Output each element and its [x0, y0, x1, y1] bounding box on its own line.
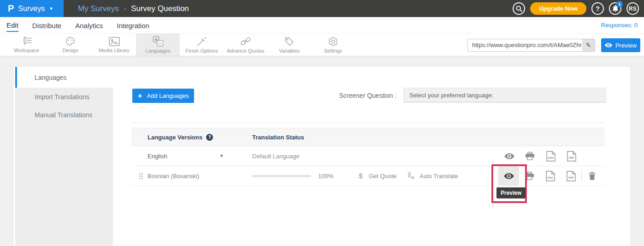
toolbar-label: Workspace [14, 48, 39, 53]
print-icon[interactable] [520, 146, 540, 166]
preview-eye-icon[interactable] [499, 146, 520, 166]
svg-text:PDF: PDF [569, 156, 574, 159]
toolbar-item-languages[interactable]: ✱ A Languages [136, 34, 180, 56]
topbar-actions: Upgrade Now ? 1 RS [513, 2, 639, 15]
screener-question-select[interactable]: Select your preferred language: [403, 88, 606, 102]
delete-trash-icon[interactable] [582, 166, 603, 186]
upgrade-now-button[interactable]: Upgrade Now [530, 2, 586, 15]
product-menu[interactable]: P Surveys ▾ [0, 0, 64, 17]
screener-question-value: Select your preferred language: [409, 92, 493, 99]
languages-sidebar: Languages Import Translations Manual Tra… [15, 67, 113, 246]
help-circle-icon[interactable]: ? [206, 134, 213, 141]
toolbar-label: Finish Options [185, 48, 218, 54]
magic-wand-icon [196, 36, 207, 47]
survey-url-field[interactable]: https://www.questionpro.com/t/AMae0Zhr ✎ [467, 39, 595, 52]
toolbar-item-workspace[interactable]: Workspace [5, 34, 48, 56]
add-languages-label: Add Languages [147, 92, 189, 99]
product-menu-label: Surveys [18, 5, 45, 13]
chevron-right-icon: › [124, 5, 126, 12]
translation-progress-percent: 100% [318, 173, 333, 180]
workspace-icon [21, 36, 32, 46]
preview-tooltip: Preview [496, 187, 526, 198]
table-header: Language Versions ? Translation Status [131, 128, 605, 146]
breadcrumb: My Surveys › Survey Question [78, 4, 189, 13]
add-languages-button[interactable]: + Add Languages [132, 89, 194, 103]
search-icon [516, 6, 522, 12]
link-chain-icon [240, 36, 251, 47]
dollar-icon: $ [359, 172, 362, 180]
gear-icon [328, 36, 338, 47]
header-language-versions: Language Versions ? [131, 134, 213, 141]
export-doc-icon[interactable]: DOC [540, 146, 561, 166]
export-pdf-icon[interactable]: PDF [561, 166, 581, 186]
toolbar-item-media-library[interactable]: Media Library [92, 34, 136, 56]
language-versions-label: Language Versions [148, 134, 202, 141]
sidebar-item-languages[interactable]: Languages [15, 67, 113, 88]
questionpro-logo-icon: P [8, 3, 14, 14]
responses-count: Responses: 0 [601, 22, 638, 29]
row-actions: DOC PDF [499, 146, 582, 166]
languages-main: + Add Languages Screener Question : Sele… [113, 67, 630, 246]
survey-url-value: https://www.questionpro.com/t/AMae0Zhr [468, 39, 582, 51]
toolbar-label: Advance Quotas [227, 48, 264, 54]
eye-icon [605, 43, 612, 48]
table-row-english: English ▾ Default Language DOC [131, 146, 605, 166]
avatar[interactable]: RS [626, 2, 639, 15]
tab-analytics[interactable]: Analytics [75, 19, 103, 31]
export-pdf-icon[interactable]: PDF [561, 146, 582, 166]
toolbar-label: Variables [279, 48, 300, 54]
breadcrumb-my-surveys[interactable]: My Surveys [78, 4, 119, 13]
tag-icon [284, 36, 295, 47]
toolbar-item-settings[interactable]: Settings [311, 34, 355, 56]
translate-languages-icon: ✱ A [153, 36, 164, 47]
toolbar-item-design[interactable]: Design [48, 34, 92, 56]
image-icon [109, 37, 120, 46]
language-name: English [148, 153, 167, 160]
toolbar-label: Design [62, 48, 78, 53]
caret-down-icon[interactable]: ▾ [220, 153, 223, 159]
toolbar-item-finish-options[interactable]: Finish Options [180, 34, 224, 56]
language-status: Default Language [252, 153, 300, 160]
palette-icon [65, 36, 76, 46]
preview-eye-icon-highlighted[interactable] [498, 166, 519, 186]
preview-button[interactable]: Preview [601, 38, 640, 52]
toolbar-item-variables[interactable]: Variables [267, 34, 311, 56]
translation-progress-bar [252, 175, 311, 177]
preview-button-label: Preview [615, 42, 637, 49]
tab-distribute[interactable]: Distribute [32, 19, 61, 31]
toolbar-label: Languages [145, 48, 170, 54]
help-button[interactable]: ? [591, 2, 604, 15]
drag-handle-icon[interactable] [139, 173, 141, 174]
languages-card: Languages Import Translations Manual Tra… [14, 67, 630, 246]
notifications-button[interactable]: 1 [609, 2, 621, 15]
section-divider [131, 123, 605, 123]
table-row-bosnian: Bosnian (Bosanski) 100% $ Get Quote XA A… [131, 166, 605, 186]
tab-integration[interactable]: Integration [117, 19, 149, 31]
breadcrumb-current: Survey Question [131, 4, 189, 13]
tab-edit[interactable]: Edit [6, 18, 18, 32]
svg-text:DOC: DOC [548, 156, 554, 159]
svg-text:DOC: DOC [547, 176, 554, 179]
sidebar-item-manual-translations[interactable]: Manual Translations [15, 106, 113, 124]
header-translation-status: Translation Status [252, 134, 304, 141]
sidebar-item-import-translations[interactable]: Import Translations [15, 88, 113, 106]
auto-translate-icon: XA [408, 172, 414, 180]
export-doc-icon[interactable]: DOC [540, 166, 561, 186]
caret-down-icon: ▾ [50, 6, 53, 12]
toolbar-label: Settings [324, 48, 343, 54]
edit-url-pencil-icon[interactable]: ✎ [582, 39, 595, 51]
screener-question-label: Screener Question : [323, 92, 396, 99]
language-name: Bosnian (Bosanski) [148, 173, 199, 180]
language-versions-table: Language Versions ? Translation Status E… [131, 128, 605, 186]
get-quote-link[interactable]: Get Quote [369, 173, 396, 180]
notification-badge: 1 [616, 1, 623, 7]
row-actions: DOC PDF [498, 166, 603, 186]
toolbar-label: Media Library [99, 48, 130, 53]
print-icon[interactable] [519, 166, 540, 186]
auto-translate-link[interactable]: Auto Translate [419, 173, 458, 180]
toolbar-item-advance-quotas[interactable]: Advance Quotas [224, 34, 267, 56]
svg-text:A: A [159, 41, 162, 46]
section-tabs: Edit Distribute Analytics Integration Re… [0, 17, 644, 33]
edit-toolbar: Workspace Design Media Library ✱ A Langu… [0, 33, 644, 56]
search-button[interactable] [513, 2, 525, 15]
